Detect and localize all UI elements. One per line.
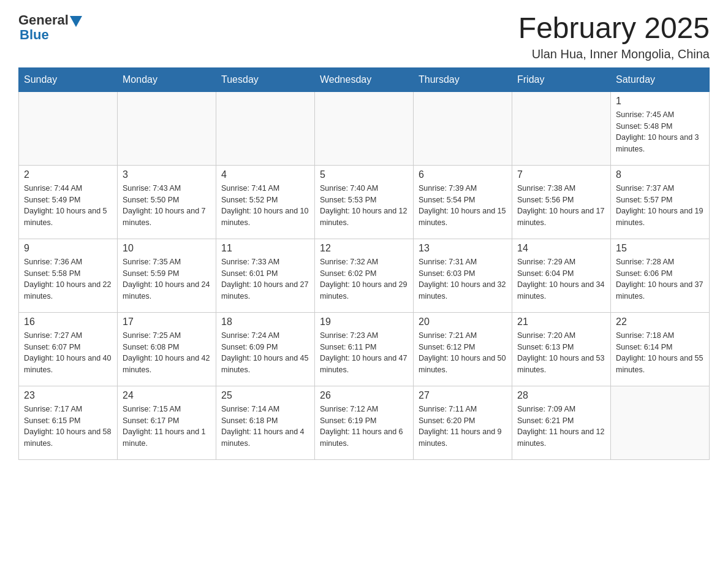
day-number: 1 (616, 96, 704, 107)
calendar-cell: 18Sunrise: 7:24 AMSunset: 6:09 PMDayligh… (216, 312, 315, 386)
calendar-cell: 16Sunrise: 7:27 AMSunset: 6:07 PMDayligh… (19, 312, 118, 386)
day-info: Sunrise: 7:43 AMSunset: 5:50 PMDaylight:… (123, 183, 211, 229)
day-info: Sunrise: 7:44 AMSunset: 5:49 PMDaylight:… (24, 183, 112, 229)
calendar-cell: 25Sunrise: 7:14 AMSunset: 6:18 PMDayligh… (216, 386, 315, 459)
page-header: General Blue February 2025 Ulan Hua, Inn… (18, 12, 710, 61)
calendar-cell: 2Sunrise: 7:44 AMSunset: 5:49 PMDaylight… (19, 165, 118, 239)
calendar-week-row: 23Sunrise: 7:17 AMSunset: 6:15 PMDayligh… (19, 386, 710, 459)
calendar-title: February 2025 (518, 12, 710, 45)
logo-top: General (18, 12, 82, 28)
day-number: 17 (123, 316, 211, 327)
day-number: 11 (221, 243, 309, 254)
calendar-cell (611, 386, 710, 459)
calendar-cell: 17Sunrise: 7:25 AMSunset: 6:08 PMDayligh… (118, 312, 216, 386)
day-info: Sunrise: 7:18 AMSunset: 6:14 PMDaylight:… (616, 330, 704, 376)
day-number: 18 (221, 316, 309, 327)
calendar-week-row: 1Sunrise: 7:45 AMSunset: 5:48 PMDaylight… (19, 91, 710, 165)
column-header-friday: Friday (512, 67, 611, 91)
day-info: Sunrise: 7:11 AMSunset: 6:20 PMDaylight:… (419, 404, 507, 450)
day-info: Sunrise: 7:14 AMSunset: 6:18 PMDaylight:… (221, 404, 309, 450)
calendar-cell: 6Sunrise: 7:39 AMSunset: 5:54 PMDaylight… (414, 165, 512, 239)
column-header-sunday: Sunday (19, 67, 118, 91)
calendar-week-row: 9Sunrise: 7:36 AMSunset: 5:58 PMDaylight… (19, 239, 710, 312)
calendar-cell: 15Sunrise: 7:28 AMSunset: 6:06 PMDayligh… (611, 239, 710, 312)
column-header-monday: Monday (118, 67, 216, 91)
day-number: 14 (517, 243, 605, 254)
day-info: Sunrise: 7:29 AMSunset: 6:04 PMDaylight:… (517, 256, 605, 302)
day-number: 7 (517, 169, 605, 180)
day-info: Sunrise: 7:20 AMSunset: 6:13 PMDaylight:… (517, 330, 605, 376)
day-number: 12 (320, 243, 408, 254)
day-info: Sunrise: 7:40 AMSunset: 5:53 PMDaylight:… (320, 183, 408, 229)
day-number: 28 (517, 390, 605, 401)
calendar-cell: 21Sunrise: 7:20 AMSunset: 6:13 PMDayligh… (512, 312, 611, 386)
day-info: Sunrise: 7:23 AMSunset: 6:11 PMDaylight:… (320, 330, 408, 376)
calendar-cell: 26Sunrise: 7:12 AMSunset: 6:19 PMDayligh… (315, 386, 414, 459)
calendar-cell: 24Sunrise: 7:15 AMSunset: 6:17 PMDayligh… (118, 386, 216, 459)
day-info: Sunrise: 7:35 AMSunset: 5:59 PMDaylight:… (123, 256, 211, 302)
day-number: 5 (320, 169, 408, 180)
day-number: 25 (221, 390, 309, 401)
logo-general-text: General (18, 12, 69, 28)
calendar-cell (414, 91, 512, 165)
calendar-cell: 22Sunrise: 7:18 AMSunset: 6:14 PMDayligh… (611, 312, 710, 386)
calendar-cell: 12Sunrise: 7:32 AMSunset: 6:02 PMDayligh… (315, 239, 414, 312)
day-number: 10 (123, 243, 211, 254)
calendar-subtitle: Ulan Hua, Inner Mongolia, China (518, 47, 710, 61)
day-info: Sunrise: 7:41 AMSunset: 5:52 PMDaylight:… (221, 183, 309, 229)
day-info: Sunrise: 7:36 AMSunset: 5:58 PMDaylight:… (24, 256, 112, 302)
calendar-cell: 13Sunrise: 7:31 AMSunset: 6:03 PMDayligh… (414, 239, 512, 312)
calendar-week-row: 16Sunrise: 7:27 AMSunset: 6:07 PMDayligh… (19, 312, 710, 386)
calendar-cell (216, 91, 315, 165)
calendar-cell: 23Sunrise: 7:17 AMSunset: 6:15 PMDayligh… (19, 386, 118, 459)
day-info: Sunrise: 7:15 AMSunset: 6:17 PMDaylight:… (123, 404, 211, 450)
calendar-cell: 5Sunrise: 7:40 AMSunset: 5:53 PMDaylight… (315, 165, 414, 239)
day-number: 6 (419, 169, 507, 180)
logo-blue-text: Blue (18, 27, 49, 43)
day-info: Sunrise: 7:28 AMSunset: 6:06 PMDaylight:… (616, 256, 704, 302)
calendar-cell: 7Sunrise: 7:38 AMSunset: 5:56 PMDaylight… (512, 165, 611, 239)
logo: General Blue (18, 12, 82, 43)
day-info: Sunrise: 7:27 AMSunset: 6:07 PMDaylight:… (24, 330, 112, 376)
calendar-cell (315, 91, 414, 165)
day-number: 8 (616, 169, 704, 180)
day-info: Sunrise: 7:33 AMSunset: 6:01 PMDaylight:… (221, 256, 309, 302)
calendar-cell: 19Sunrise: 7:23 AMSunset: 6:11 PMDayligh… (315, 312, 414, 386)
logo-triangle-icon (70, 16, 82, 27)
calendar-cell: 1Sunrise: 7:45 AMSunset: 5:48 PMDaylight… (611, 91, 710, 165)
day-number: 22 (616, 316, 704, 327)
calendar-cell: 27Sunrise: 7:11 AMSunset: 6:20 PMDayligh… (414, 386, 512, 459)
column-header-tuesday: Tuesday (216, 67, 315, 91)
day-number: 20 (419, 316, 507, 327)
day-number: 27 (419, 390, 507, 401)
calendar-cell: 10Sunrise: 7:35 AMSunset: 5:59 PMDayligh… (118, 239, 216, 312)
calendar-cell: 14Sunrise: 7:29 AMSunset: 6:04 PMDayligh… (512, 239, 611, 312)
title-section: February 2025 Ulan Hua, Inner Mongolia, … (518, 12, 710, 61)
day-number: 13 (419, 243, 507, 254)
day-number: 23 (24, 390, 112, 401)
calendar-cell: 20Sunrise: 7:21 AMSunset: 6:12 PMDayligh… (414, 312, 512, 386)
day-info: Sunrise: 7:25 AMSunset: 6:08 PMDaylight:… (123, 330, 211, 376)
calendar-header-row: SundayMondayTuesdayWednesdayThursdayFrid… (19, 67, 710, 91)
calendar-cell (118, 91, 216, 165)
calendar-cell: 28Sunrise: 7:09 AMSunset: 6:21 PMDayligh… (512, 386, 611, 459)
day-info: Sunrise: 7:09 AMSunset: 6:21 PMDaylight:… (517, 404, 605, 450)
column-header-thursday: Thursday (414, 67, 512, 91)
day-number: 26 (320, 390, 408, 401)
day-info: Sunrise: 7:31 AMSunset: 6:03 PMDaylight:… (419, 256, 507, 302)
day-info: Sunrise: 7:39 AMSunset: 5:54 PMDaylight:… (419, 183, 507, 229)
calendar-cell: 11Sunrise: 7:33 AMSunset: 6:01 PMDayligh… (216, 239, 315, 312)
day-number: 3 (123, 169, 211, 180)
day-info: Sunrise: 7:17 AMSunset: 6:15 PMDaylight:… (24, 404, 112, 450)
calendar-cell: 8Sunrise: 7:37 AMSunset: 5:57 PMDaylight… (611, 165, 710, 239)
day-number: 16 (24, 316, 112, 327)
day-number: 21 (517, 316, 605, 327)
column-header-saturday: Saturday (611, 67, 710, 91)
day-number: 15 (616, 243, 704, 254)
calendar-table: SundayMondayTuesdayWednesdayThursdayFrid… (18, 67, 710, 460)
calendar-cell: 4Sunrise: 7:41 AMSunset: 5:52 PMDaylight… (216, 165, 315, 239)
day-number: 19 (320, 316, 408, 327)
calendar-cell: 3Sunrise: 7:43 AMSunset: 5:50 PMDaylight… (118, 165, 216, 239)
day-info: Sunrise: 7:21 AMSunset: 6:12 PMDaylight:… (419, 330, 507, 376)
calendar-cell (19, 91, 118, 165)
